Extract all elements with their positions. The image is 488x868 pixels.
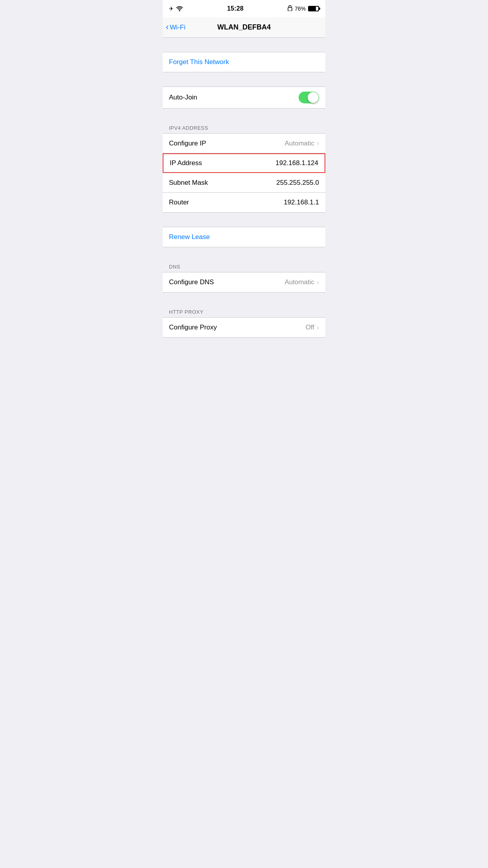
auto-join-toggle[interactable] (299, 92, 319, 103)
status-time: 15:28 (227, 5, 244, 12)
router-row: Router 192.168.1.1 (163, 193, 325, 212)
section-gap-bottom (163, 338, 325, 352)
status-right: 76% (288, 5, 319, 12)
configure-proxy-row[interactable]: Configure Proxy Off › (163, 318, 325, 337)
toggle-knob (308, 92, 319, 103)
svg-rect-0 (288, 7, 292, 11)
airplane-icon: ✈ (169, 6, 174, 12)
subnet-mask-value: 255.255.255.0 (276, 179, 319, 187)
configure-dns-label: Configure DNS (169, 278, 214, 286)
renew-lease-section: Renew Lease (163, 227, 325, 247)
configure-ip-label: Configure IP (169, 140, 206, 147)
dns-section: Configure DNS Automatic › (163, 272, 325, 292)
back-button[interactable]: ‹ Wi-Fi (166, 24, 185, 31)
section-gap-4 (163, 213, 325, 227)
status-left: ✈ (169, 6, 183, 12)
section-gap-3 (163, 108, 325, 123)
auto-join-label: Auto-Join (169, 94, 197, 101)
dns-section-header: DNS (163, 261, 325, 272)
router-label: Router (169, 199, 189, 206)
subnet-mask-label: Subnet Mask (169, 179, 208, 187)
ipv4-section-header: IPV4 ADDRESS (163, 123, 325, 133)
subnet-mask-row: Subnet Mask 255.255.255.0 (163, 173, 325, 193)
http-proxy-section: Configure Proxy Off › (163, 317, 325, 338)
http-proxy-section-header: HTTP PROXY (163, 307, 325, 317)
configure-dns-chevron-icon: › (317, 278, 319, 287)
configure-dns-row[interactable]: Configure DNS Automatic › (163, 272, 325, 292)
section-gap-2 (163, 72, 325, 86)
renew-lease-row[interactable]: Renew Lease (163, 227, 325, 247)
forget-network-row[interactable]: Forget This Network (163, 52, 325, 72)
forget-network-label[interactable]: Forget This Network (169, 58, 229, 66)
configure-ip-chevron-icon: › (317, 139, 319, 147)
back-label[interactable]: Wi-Fi (170, 24, 185, 31)
battery-icon (308, 6, 319, 11)
ip-address-label: IP Address (170, 159, 202, 167)
configure-dns-value: Automatic › (284, 278, 319, 287)
configure-proxy-chevron-icon: › (317, 324, 319, 332)
battery-percent: 76% (295, 6, 306, 12)
section-gap-1 (163, 38, 325, 52)
status-bar: ✈ 15:28 76% (163, 0, 325, 17)
configure-ip-value-text: Automatic (284, 140, 314, 147)
ip-address-value: 192.168.1.124 (275, 159, 318, 167)
renew-lease-label[interactable]: Renew Lease (169, 233, 210, 241)
configure-ip-value: Automatic › (284, 139, 319, 147)
configure-proxy-value: Off › (306, 324, 319, 332)
configure-proxy-value-text: Off (306, 324, 314, 331)
ipv4-section: Configure IP Automatic › IP Address 192.… (163, 133, 325, 213)
router-value: 192.168.1.1 (284, 199, 319, 206)
configure-proxy-label: Configure Proxy (169, 324, 217, 331)
auto-join-row: Auto-Join (163, 87, 325, 108)
page-title: WLAN_DEFBA4 (217, 23, 271, 31)
back-chevron-icon: ‹ (166, 23, 169, 31)
forget-network-section: Forget This Network (163, 52, 325, 72)
configure-dns-value-text: Automatic (284, 278, 314, 286)
section-gap-5 (163, 247, 325, 261)
configure-ip-row[interactable]: Configure IP Automatic › (163, 134, 325, 153)
auto-join-section: Auto-Join (163, 86, 325, 108)
wifi-icon (176, 6, 183, 11)
nav-bar: ‹ Wi-Fi WLAN_DEFBA4 (163, 17, 325, 38)
lock-icon (288, 5, 292, 12)
ip-address-row: IP Address 192.168.1.124 (163, 153, 325, 173)
section-gap-6 (163, 292, 325, 307)
